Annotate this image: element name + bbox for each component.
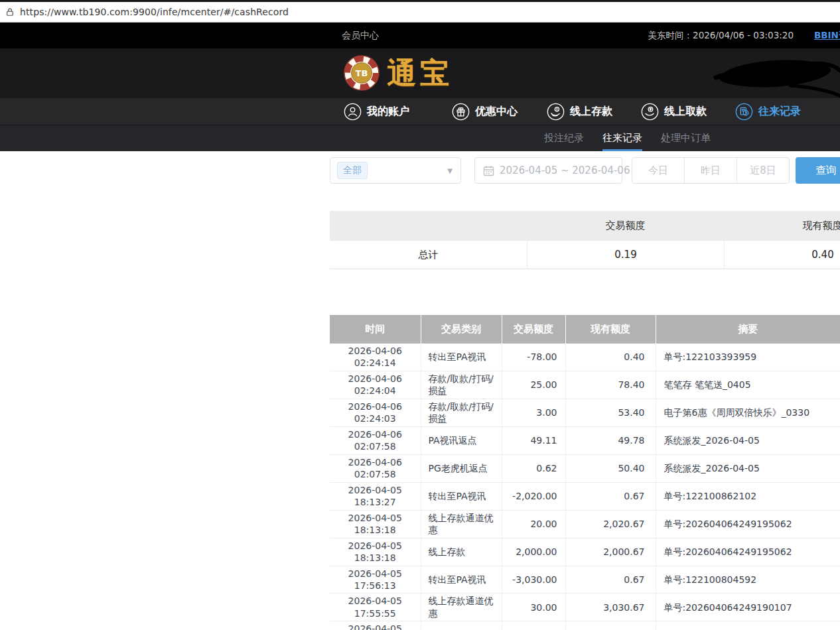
brand-logo[interactable]: TB 通宝: [343, 54, 453, 92]
cell-type: 线上存款: [421, 621, 502, 630]
cell-type: 线上存款: [421, 538, 502, 566]
record-row: 2026-04-06 02:24:14转出至PA视讯-78.000.40单号:1…: [330, 344, 840, 371]
today-button[interactable]: 今日: [632, 158, 684, 183]
cell-balance: 49.78: [565, 426, 656, 454]
records-body: 2026-04-06 02:24:14转出至PA视讯-78.000.40单号:1…: [330, 344, 840, 630]
cell-type: 转出至PA视讯: [421, 566, 502, 594]
search-button[interactable]: 查询: [796, 157, 840, 184]
cell-balance: 3,000.67: [565, 621, 656, 630]
cell-amount: 0.62: [502, 454, 565, 482]
cell-type: PG老虎机返点: [421, 454, 502, 482]
col-header-time: 时间: [330, 315, 421, 344]
top-utility-bar: 会员中心 美东时间：2026/04/06 - 03:03:20 BBIN资: [0, 23, 840, 48]
cell-type: PA视讯返点: [421, 426, 502, 454]
app-window: https://www.tb190.com:9900/infe/mcenter/…: [0, 0, 840, 630]
nav-item-transaction-records[interactable]: 往来记录: [735, 98, 801, 125]
cell-balance: 0.67: [565, 566, 656, 594]
cell-summary: 电子第6惠《周周双倍快乐》_0330: [656, 399, 840, 426]
cell-summary: 单号:122100804592: [656, 566, 840, 594]
cell-balance: 2,020.67: [565, 510, 656, 538]
cell-summary: 笔笔存 笔笔送_0405: [656, 371, 840, 399]
cell-amount: 49.11: [502, 426, 565, 454]
record-row: 2026-04-05 18:13:27转出至PA视讯-2,020.000.67单…: [330, 482, 840, 510]
tab-cash-records[interactable]: 往来记录: [602, 125, 642, 151]
cell-balance: 50.40: [565, 454, 656, 482]
cell-balance: 53.40: [565, 399, 656, 426]
cell-type: 线上存款通道优惠: [421, 510, 502, 538]
cell-time: 2026-04-05 18:13:18: [330, 510, 421, 538]
type-select-value[interactable]: 全部: [337, 162, 368, 179]
summary-header-transaction-amount: 交易额度: [527, 211, 724, 241]
nav-item-my-account[interactable]: 我的账户: [344, 98, 409, 125]
main-nav: 我的账户 优惠中心 线上存款: [0, 98, 840, 125]
col-header-amount: 交易额度: [502, 315, 565, 344]
brand-name: 通宝: [387, 54, 453, 92]
cell-time: 2026-04-06 02:07:58: [330, 426, 421, 454]
cell-time: 2026-04-05 17:56:13: [330, 566, 421, 594]
type-select[interactable]: 全部 ▼: [330, 157, 461, 184]
cell-type: 存款/取款/打码/损益: [421, 399, 502, 426]
lock-icon: [5, 7, 15, 17]
cell-type: 转出至PA视讯: [421, 344, 502, 371]
cell-time: 2026-04-06 02:24:03: [330, 399, 421, 426]
col-header-balance: 现有额度: [565, 315, 656, 344]
gift-icon: [452, 103, 470, 121]
logo-band: TB 通宝: [0, 48, 840, 98]
calendar-icon: [483, 165, 494, 176]
cell-time: 2026-04-06 02:24:14: [330, 344, 421, 371]
last-8-days-button[interactable]: 近8日: [736, 158, 789, 183]
record-row: 2026-04-06 02:24:04存款/取款/打码/损益25.0078.40…: [330, 371, 840, 399]
redaction-scribble: [711, 52, 840, 97]
record-row: 2026-04-06 02:07:58PA视讯返点49.1149.78系统派发_…: [330, 426, 840, 454]
cell-time: 2026-04-06 02:24:04: [330, 371, 421, 399]
date-range-input[interactable]: 2026-04-05 ~ 2026-04-06: [474, 157, 622, 184]
summary-total-transaction: 0.19: [527, 241, 724, 269]
col-header-type: 交易类别: [421, 315, 502, 344]
cell-amount: 3.00: [502, 399, 565, 426]
url-text[interactable]: https://www.tb190.com:9900/infe/mcenter/…: [20, 7, 289, 17]
user-icon: [344, 103, 362, 121]
svg-text:TB: TB: [356, 68, 368, 78]
cell-time: 2026-04-05 17:55:55: [330, 621, 421, 630]
cell-type: 线上存款通道优惠: [421, 594, 502, 621]
tab-pending-orders[interactable]: 处理中订单: [661, 125, 711, 149]
cell-balance: 2,000.67: [565, 538, 656, 566]
member-center-link[interactable]: 会员中心: [342, 23, 379, 48]
nav-label: 线上取款: [664, 105, 707, 119]
tab-betting-records[interactable]: 投注纪录: [544, 125, 584, 149]
cell-time: 2026-04-05 17:55:55: [330, 594, 421, 621]
poker-chip-icon: TB: [343, 54, 380, 92]
cell-summary: 系统派发_2026-04-05: [656, 454, 840, 482]
nav-label: 线上存款: [570, 105, 612, 119]
quick-date-buttons: 今日 昨日 近8日: [632, 157, 790, 184]
cell-amount: -2,020.00: [502, 482, 565, 510]
summary-table: 交易额度 现有额度 总计 0.19 0.40: [330, 211, 840, 269]
nav-item-online-withdrawal[interactable]: 线上取款: [641, 98, 707, 125]
cell-summary: 单号:202604064249190107: [656, 621, 840, 630]
record-row: 2026-04-05 17:55:55线上存款3,000.003,000.67单…: [330, 621, 840, 630]
browser-url-bar[interactable]: https://www.tb190.com:9900/infe/mcenter/…: [0, 2, 840, 23]
bbin-news-link[interactable]: BBIN资: [814, 23, 840, 48]
sub-nav: 投注纪录 往来记录 处理中订单: [0, 125, 840, 151]
yesterday-button[interactable]: 昨日: [684, 158, 736, 183]
cell-summary: 单号:122100862102: [656, 482, 840, 510]
summary-total-balance: 0.40: [724, 241, 840, 269]
cell-balance: 78.40: [565, 371, 656, 399]
nav-label: 往来记录: [758, 105, 801, 119]
records-header: 时间 交易类别 交易额度 现有额度 摘要: [330, 315, 840, 344]
record-row: 2026-04-05 18:13:18线上存款通道优惠20.002,020.67…: [330, 510, 840, 538]
nav-item-online-deposit[interactable]: 线上存款: [547, 98, 612, 125]
cell-type: 存款/取款/打码/损益: [421, 371, 502, 399]
cell-time: 2026-04-05 18:13:18: [330, 538, 421, 566]
nav-item-promotions[interactable]: 优惠中心: [452, 98, 518, 125]
cell-summary: 单号:122103393959: [656, 344, 840, 371]
cell-amount: 20.00: [502, 510, 565, 538]
nav-label: 优惠中心: [475, 105, 518, 119]
record-row: 2026-04-06 02:24:03存款/取款/打码/损益3.0053.40电…: [330, 399, 840, 426]
summary-header-current-balance: 现有额度: [724, 211, 840, 241]
summary-header-blank: [330, 211, 527, 241]
cell-summary: 单号:202604064249195062: [656, 538, 840, 566]
record-row: 2026-04-05 18:13:18线上存款2,000.002,000.67单…: [330, 538, 840, 566]
deposit-coin-hand-icon: [547, 103, 565, 121]
record-row: 2026-04-05 17:56:13转出至PA视讯-3,030.000.67单…: [330, 566, 840, 594]
